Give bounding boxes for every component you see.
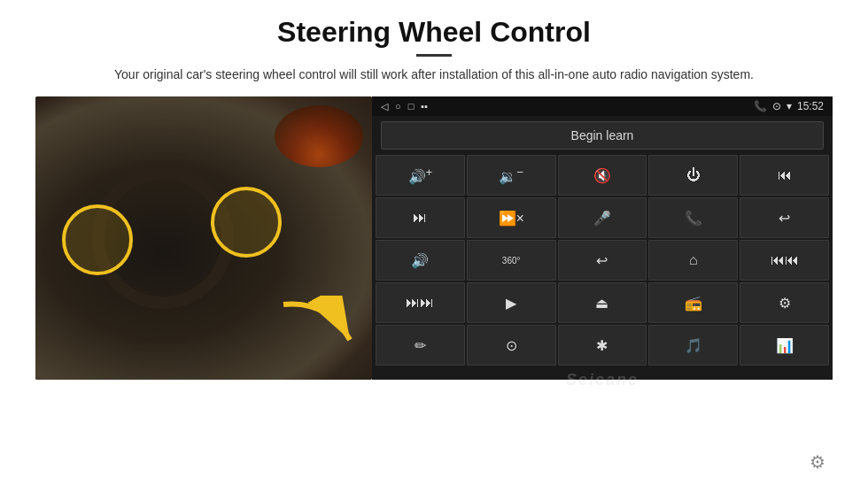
status-bar-right: 📞 ⊙ ▾ 15:52 <box>754 100 824 112</box>
car-image <box>35 96 372 380</box>
highlight-right-buttons <box>211 187 282 258</box>
cam360-button[interactable]: 360° <box>467 240 556 281</box>
radio-icon: 📻 <box>685 295 702 312</box>
back-nav-icon[interactable]: ◁ <box>381 101 388 112</box>
prev-prev-button[interactable]: ⏮⏮ <box>740 240 829 281</box>
prev-track-icon: ⏮ <box>778 167 792 183</box>
spectrum-button[interactable]: 📊 <box>740 325 829 366</box>
home-button[interactable]: ⌂ <box>648 240 738 281</box>
eq-icon: ⚙ <box>779 295 791 312</box>
prev-prev-icon: ⏮⏮ <box>771 252 799 268</box>
call-button[interactable]: 📞 <box>648 197 738 238</box>
location-status-icon: ⊙ <box>772 100 781 112</box>
vol-up-button[interactable]: 🔊+ <box>376 155 465 196</box>
next-icon: ⏭ <box>413 210 427 226</box>
hang-up-button[interactable]: ↩ <box>740 197 829 238</box>
page-wrapper: Steering Wheel Control Your original car… <box>0 0 868 485</box>
content-area: ◁ ○ □ ▪▪ 📞 ⊙ ▾ 15:52 Begin learn <box>35 96 833 476</box>
camera-icon: ⊙ <box>506 337 517 354</box>
ff-button[interactable]: ⏭⏭ <box>376 282 465 323</box>
back-button[interactable]: ↩ <box>558 240 647 281</box>
mic-button[interactable]: 🎤 <box>558 197 647 238</box>
navigate-icon: ▶ <box>506 295 516 312</box>
clock-display: 15:52 <box>797 100 824 112</box>
edit-button[interactable]: ✏ <box>376 325 465 366</box>
settings-gear-icon[interactable]: ⚙ <box>810 451 825 473</box>
android-head-unit: ◁ ○ □ ▪▪ 📞 ⊙ ▾ 15:52 Begin learn <box>372 96 833 380</box>
android-unit-wrapper: ◁ ○ □ ▪▪ 📞 ⊙ ▾ 15:52 Begin learn <box>372 96 833 476</box>
speaker-icon: 🔊 <box>411 252 429 269</box>
title-divider <box>416 54 452 57</box>
call-icon: 📞 <box>685 210 702 227</box>
edit-icon: ✏ <box>415 337 426 354</box>
wifi-status-icon: ▾ <box>787 100 792 112</box>
navigate-button[interactable]: ▶ <box>467 282 556 323</box>
bluetooth-button[interactable]: ✱ <box>558 325 647 366</box>
watermark: Seicane <box>372 369 833 393</box>
vol-down-icon: 🔉− <box>499 166 523 185</box>
music-icon: 🎵 <box>685 337 702 354</box>
vol-up-icon: 🔊+ <box>408 166 433 185</box>
speaker-button[interactable]: 🔊 <box>376 240 465 281</box>
eject-icon: ⏏ <box>595 295 608 312</box>
yellow-arrow <box>275 296 363 366</box>
battery-signal-icon: ▪▪ <box>421 101 428 112</box>
home-nav-icon[interactable]: ○ <box>395 101 401 112</box>
vol-down-button[interactable]: 🔉− <box>467 155 556 196</box>
cam360-icon: 360° <box>502 256 521 266</box>
status-bar: ◁ ○ □ ▪▪ 📞 ⊙ ▾ 15:52 <box>372 96 833 116</box>
page-subtitle: Your original car's steering wheel contr… <box>114 65 754 84</box>
ff-icon: ⏭⏭ <box>406 295 434 311</box>
next-button[interactable]: ⏭ <box>376 197 465 238</box>
power-button[interactable]: ⏻ <box>648 155 738 196</box>
ff-skip-icon: ⏩× <box>499 210 524 227</box>
recent-nav-icon[interactable]: □ <box>408 101 415 112</box>
highlight-left-buttons <box>62 204 133 275</box>
eq-button[interactable]: ⚙ <box>740 282 829 323</box>
mute-button[interactable]: 🔇 <box>558 155 647 196</box>
power-icon: ⏻ <box>686 167 701 183</box>
radio-button[interactable]: 📻 <box>648 282 738 323</box>
mic-icon: 🎤 <box>593 210 611 227</box>
spectrum-icon: 📊 <box>776 337 794 354</box>
home-icon: ⌂ <box>689 252 698 268</box>
begin-learn-row: Begin learn <box>372 116 833 155</box>
back-icon: ↩ <box>596 252 608 269</box>
eject-button[interactable]: ⏏ <box>558 282 647 323</box>
camera-button[interactable]: ⊙ <box>467 325 556 366</box>
bluetooth-icon: ✱ <box>596 337 608 354</box>
page-title: Steering Wheel Control <box>277 16 591 49</box>
status-bar-left: ◁ ○ □ ▪▪ <box>381 101 428 112</box>
hang-up-icon: ↩ <box>779 210 790 227</box>
prev-track-button[interactable]: ⏮ <box>740 155 829 196</box>
begin-learn-button[interactable]: Begin learn <box>381 121 824 150</box>
controls-grid: 🔊+ 🔉− 🔇 ⏻ ⏮ ⏭ <box>372 155 833 369</box>
dashboard-gauge <box>275 105 363 167</box>
mute-icon: 🔇 <box>593 167 611 184</box>
music-button[interactable]: 🎵 <box>648 325 738 366</box>
ff-skip-button[interactable]: ⏩× <box>467 197 556 238</box>
phone-status-icon: 📞 <box>754 100 767 112</box>
